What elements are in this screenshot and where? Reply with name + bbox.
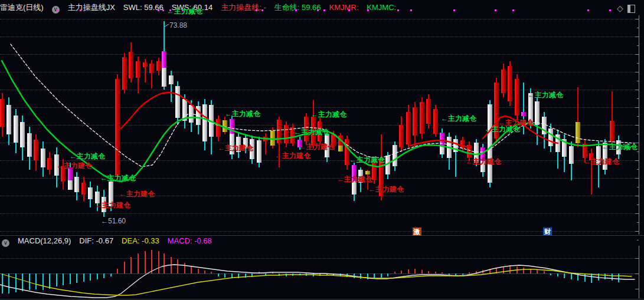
signal-annotation: ←主力建仓: [299, 142, 335, 152]
signal-annotation: ←主力建仓: [57, 161, 92, 171]
signal-annotation: ←主力减仓: [311, 110, 346, 120]
signal-annotation: ←主力建仓: [119, 189, 155, 199]
signal-annotation: ←主力建仓: [466, 157, 501, 167]
signal-annotation: ←主力建仓: [95, 200, 130, 210]
signal-annotation: ←主力建仓: [584, 157, 619, 167]
signal-annotation: ←主力减仓: [294, 127, 329, 137]
signal-annotation: ←主力减仓: [70, 151, 105, 161]
main-force-line-red: [121, 93, 208, 128]
signal-annotation: ←主力减仓: [167, 6, 202, 17]
chart-application-window: 雷迪克(日线)∨主力操盘线JXSWL: 59.66SWS: 60.14主力操盘线…: [0, 0, 644, 300]
signal-annotation: ←主力建仓: [218, 143, 253, 153]
signal-annotation: ←主力建仓: [337, 174, 372, 184]
signal-annotation: ←主力减仓: [349, 155, 385, 165]
signal-annotation: ←主力减仓: [100, 173, 136, 183]
signal-annotation: ←主力减仓: [528, 90, 563, 100]
signal-annotation: ←主力建仓: [498, 118, 534, 128]
info-mine-marker[interactable]: 激: [413, 228, 421, 236]
signal-annotation: ←主力建仓: [368, 184, 404, 194]
signal-annotation: ←主力减仓: [441, 114, 476, 124]
high-label-pointer: [165, 24, 169, 27]
life-line-green: [2, 61, 630, 182]
signal-annotation: ←主力减仓: [225, 109, 260, 119]
info-mine-marker[interactable]: 财: [543, 228, 552, 236]
signal-annotation: ←主力建仓: [275, 151, 310, 161]
signal-annotation: ←主力减仓: [602, 142, 638, 152]
